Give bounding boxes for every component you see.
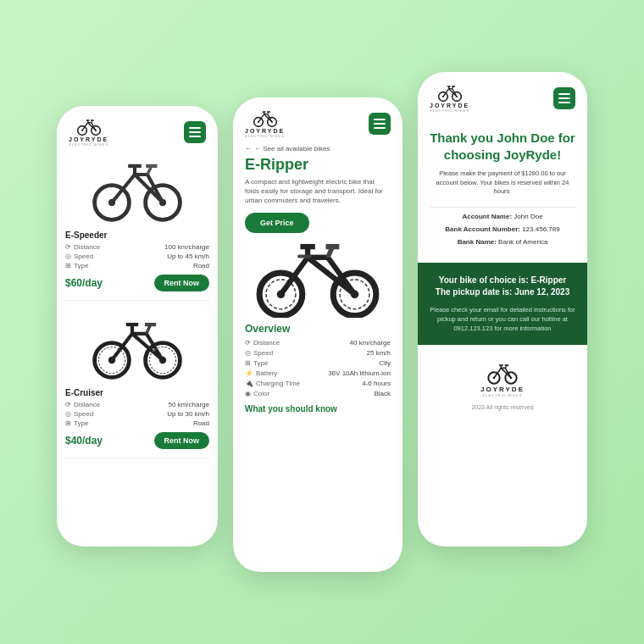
confirm-footer: JOYRYDE ELECTRIC BIKES 2023 All rights r…: [418, 345, 587, 419]
logo-text-mid: JOYRYDE: [245, 128, 285, 134]
bike-list: E-Speeder ⟳ Distance 100 km/charge ◎ Spe…: [57, 153, 218, 477]
bike1-name: E-Speeder: [65, 230, 209, 240]
bike-image-espeeder: [65, 153, 209, 225]
detail-bike-name: E-Ripper: [245, 156, 391, 174]
green-text: Please check your email for detailed ins…: [430, 305, 575, 334]
bike2-specs: ⟳ Distance 50 km/charge ◎ Speed Up to 30…: [65, 401, 209, 427]
logo-bike-icon-mid: [252, 109, 279, 128]
bike-item-ecruiser: E-Cruiser ⟳ Distance 50 km/charge ◎ Spee…: [65, 311, 209, 458]
hamburger-line: [189, 131, 201, 133]
detail-bike-image: [245, 240, 391, 316]
hamburger-line: [374, 123, 386, 125]
bank-number-label: Bank Account Number:: [445, 225, 520, 233]
svg-line-16: [112, 175, 135, 203]
bank-name-value: Bank of America: [498, 238, 547, 246]
phone-confirmation: JOYRYDE ELECTRIC BIKES Thank you John Do…: [418, 72, 587, 547]
bank-name-label: Bank Name:: [458, 238, 497, 246]
confirm-subtitle: Please make the payment of $1280.00 to o…: [430, 169, 575, 197]
footer-logo-sub: ELECTRIC BIKES: [483, 393, 523, 397]
logo-right: JOYRYDE ELECTRIC BIKES: [430, 84, 469, 113]
spec-speed-1: ◎ Speed Up to 45 km/h: [65, 253, 209, 260]
thank-you-line1: Thank you John Doe for: [430, 130, 575, 145]
hamburger-menu-mid[interactable]: [369, 113, 391, 135]
confirm-top: Thank you John Doe for choosing JoyRyde!…: [418, 119, 587, 263]
bank-number-row: Bank Account Number: 123.456.789: [430, 225, 575, 233]
account-name-label: Account Name:: [462, 213, 512, 220]
eripper-svg: [246, 237, 390, 318]
phone3-header: JOYRYDE ELECTRIC BIKES: [418, 72, 587, 119]
bank-number-value: 123.456.789: [522, 225, 560, 233]
logo-text-right: JOYRYDE: [430, 103, 469, 108]
hamburger-line: [558, 93, 570, 95]
back-arrow: ←: [245, 145, 252, 153]
hamburger-menu-left[interactable]: [184, 121, 206, 143]
dist-icon: ⟳: [245, 339, 251, 347]
logo-mid: JOYRYDE ELECTRIC BIKES: [245, 109, 285, 138]
logo-bike-icon-right: [436, 84, 464, 103]
detail-description: A compact and lightweight electric bike …: [245, 177, 391, 206]
green-title: Your bike of choice is: E-Ripper The pic…: [430, 275, 575, 298]
overview-title: Overview: [245, 323, 391, 335]
espeeder-svg: [86, 156, 188, 224]
logo-text-left: JOYRYDE: [69, 136, 108, 142]
hamburger-line: [189, 136, 201, 137]
spd-icon: ◎: [245, 349, 251, 357]
footer-bike-icon: [486, 362, 519, 386]
spec-speed-2: ◎ Speed Up to 30 km/h: [65, 410, 209, 418]
speed-icon-2: ◎: [65, 410, 71, 418]
footer-logo: JOYRYDE ELECTRIC BIKES: [480, 362, 525, 397]
bike1-footer: $60/day Rent Now: [65, 275, 209, 291]
confirmation-content: Thank you John Doe for choosing JoyRyde!…: [418, 119, 587, 419]
col-icon: ◉: [245, 390, 251, 397]
ecruiser-svg: [86, 314, 188, 381]
footer-copyright: 2023 All rights reserved: [471, 404, 533, 410]
logo-sub-left: ELECTRIC BIKES: [69, 142, 108, 147]
bike1-specs: ⟳ Distance 100 km/charge ◎ Speed Up to 4…: [65, 243, 209, 269]
footer-logo-text: JOYRYDE: [480, 386, 525, 393]
get-price-btn[interactable]: Get Price: [245, 213, 309, 233]
svg-rect-64: [297, 255, 311, 258]
bike-item-espeeder: E-Speeder ⟳ Distance 100 km/charge ◎ Spe…: [65, 153, 209, 301]
chg-icon: 🔌: [245, 380, 253, 387]
back-link[interactable]: ← ← See all available bikes: [245, 145, 391, 153]
bat-icon: ⚡: [245, 369, 253, 377]
spec-type-2: ⊞ Type Road: [65, 419, 209, 427]
type-icon: ⊞: [65, 262, 71, 269]
phone-list: JOYRYDE ELECTRIC BIKES: [57, 106, 218, 547]
phone1-header: JOYRYDE ELECTRIC BIKES: [57, 106, 218, 153]
confirm-green-section: Your bike of choice is: E-Ripper The pic…: [418, 263, 587, 346]
spec-distance-1: ⟳ Distance 100 km/charge: [65, 243, 209, 251]
logo-left: JOYRYDE ELECTRIC BIKES: [69, 118, 108, 147]
hamburger-line: [374, 119, 386, 120]
logo-sub-mid: ELECTRIC BIKES: [245, 134, 285, 138]
distance-icon-2: ⟳: [65, 401, 71, 408]
bank-name-row: Bank Name: Bank of America: [430, 238, 575, 246]
hamburger-line: [189, 127, 201, 129]
bike2-name: E-Cruiser: [65, 388, 209, 397]
account-name-row: Account Name: John Doe: [430, 213, 575, 220]
account-name-value: John Doe: [514, 213, 542, 220]
typ-icon: ⊞: [245, 359, 251, 367]
hamburger-menu-right[interactable]: [553, 87, 575, 109]
bike2-footer: $40/day Rent Now: [65, 432, 209, 449]
speed-icon: ◎: [65, 253, 71, 260]
detail-content: ← ← See all available bikes E-Ripper A c…: [233, 145, 402, 422]
rent-btn-espeeder[interactable]: Rent Now: [154, 275, 210, 291]
thank-you-line2: choosing JoyRyde!: [444, 147, 561, 162]
what-know-title: What you should know: [245, 404, 391, 414]
green-title-line1: Your bike of choice is: E-Ripper: [439, 275, 566, 285]
rent-btn-ecruiser[interactable]: Rent Now: [154, 432, 210, 449]
phone-detail: JOYRYDE ELECTRIC BIKES ← ← See all avail…: [233, 97, 402, 572]
bike1-price: $60/day: [65, 277, 103, 289]
logo-sub-right: ELECTRIC BIKES: [430, 108, 469, 113]
bike2-price: $40/day: [65, 435, 103, 447]
green-title-line2: The pickup date is: June 12, 2023: [436, 287, 569, 297]
hamburger-line: [558, 102, 570, 103]
logo-bike-icon-left: [75, 118, 103, 136]
hamburger-line: [374, 127, 386, 129]
distance-icon: ⟳: [65, 243, 71, 251]
hamburger-line: [558, 97, 570, 99]
type-icon-2: ⊞: [65, 419, 71, 427]
divider1: [430, 207, 575, 208]
phone2-header: JOYRYDE ELECTRIC BIKES: [233, 97, 402, 145]
